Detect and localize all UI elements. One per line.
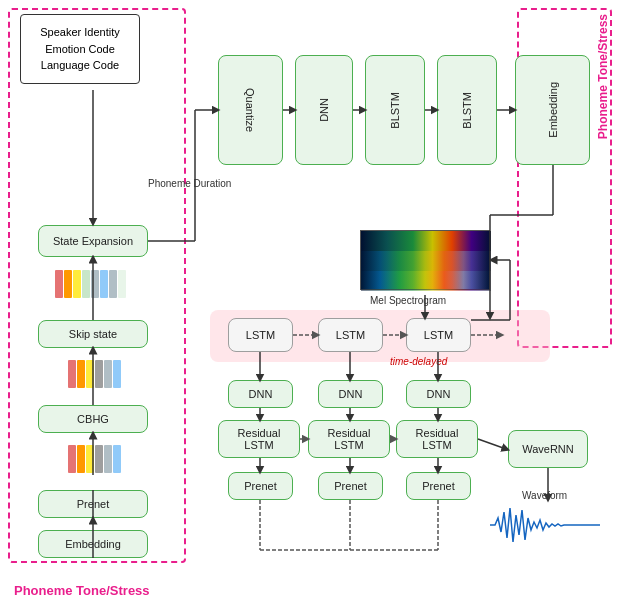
lstm2-label: LSTM [336,329,365,341]
cbhg-box: CBHG [38,405,148,433]
skip-state-box: Skip state [38,320,148,348]
state-expansion-box: State Expansion [38,225,148,257]
diagram-container: Phoneme Tone/Stress Phoneme Tone/Stress … [0,0,620,602]
embedding-bottom-box: Embedding [38,530,148,558]
blstm2-box: BLSTM [437,55,497,165]
speaker-line2: Emotion Code [40,41,120,58]
lstm2-box: LSTM [318,318,383,352]
prenet1-box: Prenet [228,472,293,500]
blstm1-box: BLSTM [365,55,425,165]
quantize-box: Quantize [218,55,283,165]
residual1-box: Residual LSTM [218,420,300,458]
lstm3-box: LSTM [406,318,471,352]
lstm3-label: LSTM [424,329,453,341]
prenet3-box: Prenet [406,472,471,500]
mel-spectrogram-label: Mel Spectrogram [370,295,446,306]
color-bar-3 [55,270,126,298]
quantize-label: Quantize [245,88,257,132]
embedding-right-label: Embedding [547,82,559,138]
prenet1-label: Prenet [244,480,276,492]
prenet2-label: Prenet [334,480,366,492]
dnn3-box: DNN [406,380,471,408]
prenet-label: Prenet [77,498,109,510]
speaker-line3: Language Code [40,57,120,74]
blstm2-label: BLSTM [461,92,473,129]
dnn2-box: DNN [318,380,383,408]
mel-spectrogram-image [360,230,490,290]
speaker-line1: Speaker Identity [40,24,120,41]
cbhg-label: CBHG [77,413,109,425]
residual1-label: Residual LSTM [238,427,281,451]
speaker-info-box: Speaker Identity Emotion Code Language C… [20,14,140,84]
spectrogram-svg [361,231,491,291]
state-expansion-label: State Expansion [53,235,133,247]
svg-line-28 [478,439,506,449]
wavernn-box: WaveRNN [508,430,588,468]
pink-label-left: Phoneme Tone/Stress [14,583,150,598]
prenet3-label: Prenet [422,480,454,492]
embedding-bottom-label: Embedding [65,538,121,550]
phoneme-duration-label: Phoneme Duration [148,178,231,189]
svg-rect-1 [361,251,491,271]
prenet-box: Prenet [38,490,148,518]
prenet2-box: Prenet [318,472,383,500]
embedding-right-box: Embedding [515,55,590,165]
dnn1-label: DNN [249,388,273,400]
residual3-box: Residual LSTM [396,420,478,458]
color-bar-1 [68,445,121,473]
residual3-label: Residual LSTM [416,427,459,451]
lstm1-box: LSTM [228,318,293,352]
pink-label-right: Phoneme Tone/Stress [596,14,610,139]
blstm1-label: BLSTM [389,92,401,129]
dnn1-box: DNN [228,380,293,408]
color-bar-2 [68,360,121,388]
skip-state-label: Skip state [69,328,117,340]
residual2-box: Residual LSTM [308,420,390,458]
svg-rect-0 [361,231,491,251]
wavernn-label: WaveRNN [522,443,574,455]
residual2-label: Residual LSTM [328,427,371,451]
svg-rect-2 [361,271,491,291]
dnn-top-label: DNN [318,98,330,122]
dnn2-label: DNN [339,388,363,400]
waveform-image [490,500,600,550]
dnn3-label: DNN [427,388,451,400]
lstm1-label: LSTM [246,329,275,341]
dnn-top-box: DNN [295,55,353,165]
time-delayed-label: time-delayed [390,356,447,367]
